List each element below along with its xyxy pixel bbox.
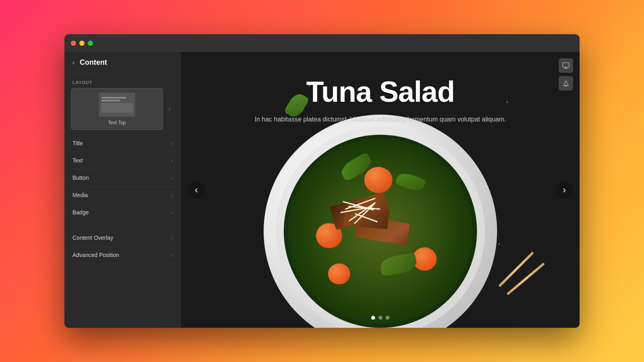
sidebar: ‹ Content LAYOUT Text Top › xyxy=(64,52,181,328)
layout-preview-area: Text Top › xyxy=(64,88,181,135)
svg-rect-0 xyxy=(563,63,569,67)
layout-card-text-top[interactable]: Text Top xyxy=(71,88,163,130)
dot-2[interactable] xyxy=(378,316,382,320)
sidebar-header: ‹ Content xyxy=(64,52,181,74)
layout-thumbnail xyxy=(99,93,135,117)
preview-toolbar xyxy=(559,58,573,90)
prev-arrow-icon: ‹ xyxy=(195,184,198,195)
thumb-line-2 xyxy=(101,100,120,101)
menu-item-media-arrow: › xyxy=(171,192,173,198)
thumb-lines xyxy=(101,97,133,101)
next-slide-button[interactable]: › xyxy=(555,181,573,199)
layout-section-label: LAYOUT xyxy=(64,74,181,88)
next-arrow-icon: › xyxy=(563,184,566,195)
menu-item-advanced-position[interactable]: Advanced Position › xyxy=(64,247,181,264)
fullscreen-button[interactable] xyxy=(88,41,93,46)
dot-3[interactable] xyxy=(386,316,390,320)
menu-item-advanced-position-arrow: › xyxy=(171,252,173,258)
layout-nav-arrow[interactable]: › xyxy=(165,88,174,130)
traffic-lights xyxy=(71,41,93,46)
monitor-icon xyxy=(562,62,570,69)
menu-item-content-overlay-label: Content Overlay xyxy=(72,234,113,241)
slide-subtitle: In hac habitasse platea dictumst. Vivamu… xyxy=(252,114,509,125)
menu-item-title-label: Title xyxy=(72,140,83,146)
prev-slide-button[interactable]: ‹ xyxy=(188,181,205,199)
back-button[interactable]: ‹ xyxy=(72,58,75,67)
svg-point-3 xyxy=(565,85,567,86)
seeds-layer xyxy=(284,135,477,328)
main-content: ‹ Content LAYOUT Text Top › xyxy=(64,52,580,328)
slide-container: Tuna Salad In hac habitasse platea dictu… xyxy=(181,52,580,328)
menu-item-text[interactable]: Text › xyxy=(64,152,181,169)
menu-item-advanced-position-label: Advanced Position xyxy=(72,252,119,258)
paint-button[interactable] xyxy=(559,76,573,90)
menu-item-text-arrow: › xyxy=(171,157,173,164)
dot-1[interactable] xyxy=(371,316,375,320)
menu-item-media-label: Media xyxy=(72,192,88,198)
menu-item-button-label: Button xyxy=(72,175,89,181)
menu-item-title[interactable]: Title › xyxy=(64,135,181,152)
titlebar xyxy=(64,34,580,52)
close-button[interactable] xyxy=(71,41,76,46)
food-visual xyxy=(276,127,485,328)
menu-item-badge-label: Badge xyxy=(72,209,89,216)
preview-area: Tuna Salad In hac habitasse platea dictu… xyxy=(181,52,580,328)
menu-item-badge[interactable]: Badge › xyxy=(64,204,181,221)
menu-item-media[interactable]: Media › xyxy=(64,187,181,204)
thumb-image xyxy=(101,103,133,113)
app-window: ‹ Content LAYOUT Text Top › xyxy=(64,34,580,328)
menu-item-content-overlay[interactable]: Content Overlay › xyxy=(64,229,181,247)
menu-item-button[interactable]: Button › xyxy=(64,169,181,187)
minimize-button[interactable] xyxy=(79,41,85,46)
food-base xyxy=(284,135,477,328)
thumb-line-1 xyxy=(101,97,126,99)
slide-title: Tuna Salad xyxy=(181,76,580,108)
monitor-button[interactable] xyxy=(559,58,573,73)
layout-card-label: Text Top xyxy=(108,120,126,125)
menu-item-button-arrow: › xyxy=(171,175,173,181)
menu-item-content-overlay-arrow: › xyxy=(171,234,173,241)
dots-indicator xyxy=(371,316,390,320)
menu-item-title-arrow: › xyxy=(171,140,173,146)
slide-text-content: Tuna Salad In hac habitasse platea dictu… xyxy=(181,76,580,125)
plate-inner xyxy=(276,127,485,328)
paint-icon xyxy=(563,80,569,86)
plate-container xyxy=(260,111,501,328)
plate xyxy=(264,115,497,328)
menu-item-text-label: Text xyxy=(72,157,83,164)
menu-item-badge-arrow: › xyxy=(171,209,173,216)
menu-gap xyxy=(64,221,181,229)
sidebar-title: Content xyxy=(80,58,107,67)
